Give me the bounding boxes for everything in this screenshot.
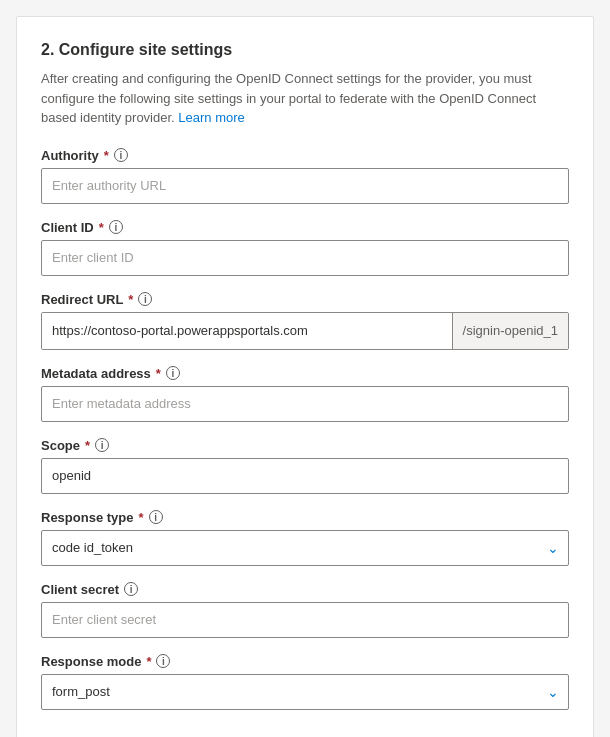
scope-field-group: Scope * i: [41, 438, 569, 494]
client-secret-field-group: Client secret i: [41, 582, 569, 638]
response-type-field-group: Response type * i code id_token code id_…: [41, 510, 569, 566]
response-type-select[interactable]: code id_token code id_token token: [41, 530, 569, 566]
response-mode-select-wrapper: form_post query fragment ⌄: [41, 674, 569, 710]
metadata-address-field-group: Metadata address * i: [41, 366, 569, 422]
scope-input[interactable]: [41, 458, 569, 494]
metadata-address-input[interactable]: [41, 386, 569, 422]
client-id-field-group: Client ID * i: [41, 220, 569, 276]
response-mode-field-group: Response mode * i form_post query fragme…: [41, 654, 569, 710]
redirect-url-wrapper: /signin-openid_1: [41, 312, 569, 350]
redirect-url-input[interactable]: [42, 313, 452, 349]
section-title: 2. Configure site settings: [41, 41, 569, 59]
response-type-label: Response type * i: [41, 510, 569, 525]
response-type-required: *: [138, 510, 143, 525]
redirect-url-field-group: Redirect URL * i /signin-openid_1: [41, 292, 569, 350]
metadata-address-required: *: [156, 366, 161, 381]
client-id-label: Client ID * i: [41, 220, 569, 235]
redirect-url-required: *: [128, 292, 133, 307]
redirect-url-suffix: /signin-openid_1: [452, 313, 568, 349]
scope-label: Scope * i: [41, 438, 569, 453]
response-type-select-wrapper: code id_token code id_token token ⌄: [41, 530, 569, 566]
response-mode-select[interactable]: form_post query fragment: [41, 674, 569, 710]
client-secret-info-icon[interactable]: i: [124, 582, 138, 596]
metadata-address-info-icon[interactable]: i: [166, 366, 180, 380]
client-secret-input[interactable]: [41, 602, 569, 638]
configure-site-settings-panel: 2. Configure site settings After creatin…: [16, 16, 594, 737]
learn-more-link[interactable]: Learn more: [178, 110, 244, 125]
metadata-address-label: Metadata address * i: [41, 366, 569, 381]
authority-input[interactable]: [41, 168, 569, 204]
response-mode-required: *: [146, 654, 151, 669]
response-mode-info-icon[interactable]: i: [156, 654, 170, 668]
redirect-url-label: Redirect URL * i: [41, 292, 569, 307]
scope-info-icon[interactable]: i: [95, 438, 109, 452]
authority-required: *: [104, 148, 109, 163]
authority-field-group: Authority * i: [41, 148, 569, 204]
client-id-info-icon[interactable]: i: [109, 220, 123, 234]
authority-label: Authority * i: [41, 148, 569, 163]
client-id-input[interactable]: [41, 240, 569, 276]
scope-required: *: [85, 438, 90, 453]
client-id-required: *: [99, 220, 104, 235]
response-mode-label: Response mode * i: [41, 654, 569, 669]
client-secret-label: Client secret i: [41, 582, 569, 597]
response-type-info-icon[interactable]: i: [149, 510, 163, 524]
authority-info-icon[interactable]: i: [114, 148, 128, 162]
section-description: After creating and configuring the OpenI…: [41, 69, 569, 128]
redirect-url-info-icon[interactable]: i: [138, 292, 152, 306]
